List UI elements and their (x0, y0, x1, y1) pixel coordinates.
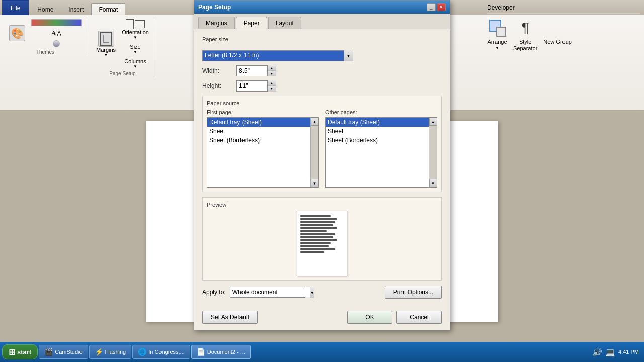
developer-area: Developer Arrange ▼ ¶ St (483, 0, 644, 111)
paper-size-combo[interactable]: Letter (8 1/2 x 11 in) ▼ (202, 50, 353, 61)
taskbar-flashing[interactable]: ⚡ Flashing (89, 345, 132, 359)
taskbar-word[interactable]: 📄 Document2 - ... (191, 345, 251, 359)
height-increment-button[interactable]: ▲ (268, 80, 276, 86)
page-setup-items: Margins ▼ Orientation ▼ Size ▼ (94, 18, 151, 70)
new-group-button[interactable]: New Group (543, 18, 572, 45)
themes-label: Themes (36, 49, 54, 55)
page-setup-label: Page Setup (109, 71, 135, 76)
apply-to-combo[interactable]: ▼ (230, 287, 305, 298)
tab-file[interactable]: File (2, 0, 29, 15)
tab-format[interactable]: Format (91, 3, 125, 15)
list-scroll-down[interactable]: ▼ (311, 179, 319, 187)
size-button[interactable]: Size ▼ (120, 43, 151, 55)
theme-effects-button[interactable] (29, 39, 84, 48)
start-button[interactable]: ⊞ start (2, 344, 38, 359)
preview-line (300, 221, 335, 223)
orientation-button[interactable]: Orientation ▼ (120, 18, 151, 41)
height-spinner[interactable]: ▲ ▼ (236, 80, 276, 92)
apply-to-dropdown-button[interactable]: ▼ (310, 287, 314, 298)
themes-icon: 🎨 (9, 25, 25, 41)
paper-source-label: Paper source (207, 100, 437, 106)
theme-colors-button[interactable] (29, 18, 84, 27)
ok-button[interactable]: OK (347, 311, 392, 324)
dialog-close-button[interactable]: ✕ (437, 3, 446, 11)
style-separator-button[interactable]: ¶ StyleSeparator (513, 18, 537, 52)
page-setup-dialog: Page Setup _ ✕ Margins Paper Layout Pape… (194, 0, 450, 330)
height-label: Height: (202, 82, 232, 89)
taskbar: ⊞ start 🎬 CamStudio ⚡ Flashing 🌐 In Cong… (0, 342, 644, 362)
taskbar-browser[interactable]: 🌐 In Congress,... (132, 345, 190, 359)
width-increment-button[interactable]: ▲ (268, 65, 276, 71)
developer-items: Arrange ▼ ¶ StyleSeparator New Group (487, 14, 640, 56)
dialog-minimize-button[interactable]: _ (427, 3, 436, 11)
style-separator-icon: ¶ (515, 18, 535, 38)
first-page-list[interactable]: Default tray (Sheet) Sheet Sheet (Border… (207, 117, 319, 188)
dialog-tab-bar: Margins Paper Layout (194, 14, 450, 29)
list-scroll-down[interactable]: ▼ (429, 179, 437, 187)
list-item[interactable]: Default tray (Sheet) (326, 118, 429, 127)
tab-insert[interactable]: Insert (61, 3, 91, 15)
preview-line (300, 218, 337, 220)
themes-button[interactable]: 🎨 (7, 24, 27, 42)
width-field[interactable] (237, 66, 267, 76)
height-decrement-button[interactable]: ▼ (268, 86, 276, 92)
apply-to-field[interactable] (230, 287, 310, 297)
dialog-controls: _ ✕ (427, 3, 446, 11)
tab-margins[interactable]: Margins (198, 17, 235, 29)
dialog-body: Paper size: Letter (8 1/2 x 11 in) ▼ Wid… (194, 29, 450, 311)
preview-line (300, 251, 324, 253)
paper-size-dropdown-button[interactable]: ▼ (344, 50, 353, 61)
tab-layout[interactable]: Layout (268, 17, 301, 29)
height-spinner-buttons: ▲ ▼ (267, 80, 276, 92)
cancel-button[interactable]: Cancel (396, 311, 442, 324)
developer-label: Developer (487, 0, 640, 14)
width-spinner[interactable]: ▲ ▼ (236, 65, 276, 76)
tab-home[interactable]: Home (30, 3, 61, 15)
list-track (311, 126, 318, 179)
preview-line (300, 248, 335, 250)
preview-line (300, 239, 337, 241)
width-label: Width: (202, 67, 232, 74)
ribbon-group-page-setup: Margins ▼ Orientation ▼ Size ▼ (91, 17, 154, 77)
preview-line (300, 224, 333, 226)
arrange-icon (487, 18, 507, 38)
apply-to-row: Apply to: ▼ Print Options... (202, 286, 442, 299)
paper-size-section-label: Paper size: (202, 36, 230, 42)
list-item[interactable]: Sheet (326, 127, 429, 136)
margins-button[interactable]: Margins ▼ (94, 30, 118, 58)
other-pages-list[interactable]: Default tray (Sheet) Sheet Sheet (Border… (325, 117, 437, 188)
paper-size-value[interactable]: Letter (8 1/2 x 11 in) (203, 51, 344, 61)
list-item[interactable]: Default tray (Sheet) (207, 118, 310, 127)
taskbar-camstudio[interactable]: 🎬 CamStudio (39, 345, 88, 359)
margins-icon (98, 31, 114, 47)
theme-fonts-button[interactable]: AA (29, 28, 84, 38)
preview-paper (297, 211, 347, 276)
list-item[interactable]: Sheet (Borderless) (207, 136, 310, 145)
preview-line (300, 230, 327, 232)
list-scroll-up[interactable]: ▲ (429, 118, 437, 126)
columns-button[interactable]: Columns ▼ (120, 57, 151, 70)
preview-line (300, 215, 331, 217)
set-as-default-button[interactable]: Set As Default (202, 311, 258, 324)
preview-line (300, 236, 333, 238)
other-pages-col: Other pages: Default tray (Sheet) Sheet … (325, 109, 437, 188)
preview-line (300, 245, 329, 247)
first-page-scrollbar[interactable]: ▲ ▼ (310, 118, 318, 187)
width-decrement-button[interactable]: ▼ (268, 71, 276, 76)
height-row: Height: ▲ ▼ (202, 80, 442, 92)
list-item[interactable]: Sheet (207, 127, 310, 136)
other-pages-scrollbar[interactable]: ▲ ▼ (429, 118, 437, 187)
list-item[interactable]: Sheet (Borderless) (326, 136, 429, 145)
paper-size-row: Paper size: (202, 36, 442, 46)
list-scroll-up[interactable]: ▲ (311, 118, 319, 126)
list-track (430, 126, 437, 179)
arrange-button[interactable]: Arrange ▼ (487, 18, 507, 50)
dialog-titlebar: Page Setup _ ✕ (194, 1, 450, 14)
height-field[interactable] (237, 81, 267, 91)
preview-line (300, 233, 335, 235)
tab-paper[interactable]: Paper (236, 17, 267, 29)
dialog-footer: Set As Default OK Cancel (194, 311, 450, 330)
preview-line (300, 242, 331, 244)
preview-lines (300, 215, 344, 253)
print-options-button[interactable]: Print Options... (385, 286, 442, 299)
